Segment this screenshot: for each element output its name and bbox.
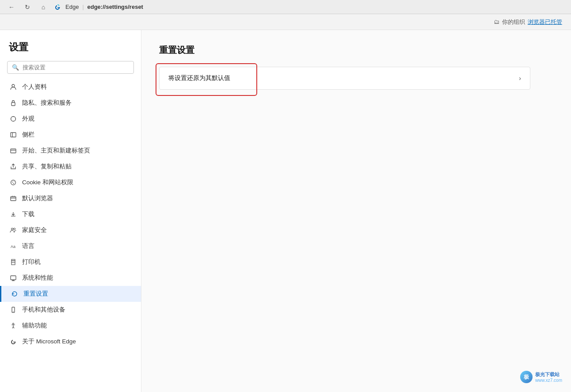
address-separator: | [82,4,84,10]
reset-card-inner: 将设置还原为其默认值 › [160,67,530,89]
address-bold: settings [106,4,128,10]
sidebar-item-accessibility[interactable]: 辅助功能 [0,318,141,334]
sidebar-item-about[interactable]: 关于 Microsoft Edge [0,334,141,350]
chevron-right-icon: › [519,75,521,82]
svg-rect-3 [11,133,16,137]
notif-folder-icon: 🗂 [494,19,499,25]
sidebar-item-newtab[interactable]: 开始、主页和新建标签页 [0,143,141,159]
sidebar-item-language[interactable]: Aa 语言 [0,238,141,254]
sidebar-item-privacy[interactable]: 隐私、搜索和服务 [0,95,141,111]
sidebar-item-label: 个人资料 [22,83,47,91]
default-browser-icon [9,194,18,203]
about-icon [9,337,18,346]
sidebar-item-printer[interactable]: 打印机 [0,254,141,270]
svg-point-11 [11,228,13,230]
reload-button[interactable]: ↻ [21,1,34,13]
newtab-icon [9,146,18,155]
sidebar-item-mobile[interactable]: 手机和其他设备 [0,302,141,318]
reset-icon [10,289,19,298]
svg-rect-17 [12,307,15,312]
reset-to-defaults-card[interactable]: 将设置还原为其默认值 › [159,67,530,90]
sidebar-item-label: Cookie 和网站权限 [22,179,73,186]
sidebar-item-profile[interactable]: 个人资料 [0,79,141,95]
address-rest: /reset [128,4,143,10]
edge-favicon [53,3,62,11]
home-button[interactable]: ⌂ [37,1,49,13]
notification-bar: 🗂 你的组织 浏览器已托管 [0,14,571,30]
sidebar-item-label: 辅助功能 [22,322,47,330]
family-icon [9,226,18,235]
notif-link[interactable]: 浏览器已托管 [528,18,562,26]
sidebar-item-label: 开始、主页和新建标签页 [22,147,90,155]
svg-rect-5 [11,149,16,153]
sidebar-item-label: 重置设置 [23,290,48,298]
svg-point-18 [13,311,13,312]
svg-point-6 [11,180,16,185]
svg-point-7 [12,182,13,183]
watermark-site-name: 极光下载站 [535,371,562,378]
svg-point-12 [14,228,15,230]
sidebar-item-downloads[interactable]: 下载 [0,206,141,222]
watermark-site-url: www.xz7.com [535,378,562,383]
sidebar-icon [9,130,18,139]
sidebar-item-label: 共享、复制和粘贴 [22,163,72,171]
sidebar-item-label: 打印机 [22,258,41,266]
printer-icon [9,258,18,266]
sidebar-item-label: 隐私、搜索和服务 [22,99,72,107]
sidebar-item-sidebar[interactable]: 侧栏 [0,127,141,143]
sidebar-item-system[interactable]: 系统和性能 [0,270,141,286]
sidebar-item-reset[interactable]: 重置设置 [0,286,141,302]
svg-point-8 [13,183,14,184]
sidebar-item-default-browser[interactable]: 默认浏览器 [0,190,141,206]
sidebar-item-family[interactable]: 家庭安全 [0,222,141,238]
page-title: 重置设置 [159,44,553,56]
svg-text:Aa: Aa [11,244,15,249]
main-layout: 设置 🔍 个人资料 隐私、搜索和服务 外观 [0,30,571,392]
system-icon [9,274,18,282]
share-icon [9,162,18,171]
address-text: edge://settings/reset [88,4,143,10]
search-input[interactable] [23,64,129,71]
browser-topbar: ← ↻ ⌂ Edge | edge://settings/reset [0,0,571,14]
sidebar-item-label: 语言 [22,242,34,250]
svg-rect-14 [11,263,15,265]
sidebar-item-label: 侧栏 [22,131,34,139]
sidebar-item-label: 家庭安全 [22,226,47,234]
sidebar-item-label: 默认浏览器 [22,194,53,202]
downloads-icon [9,210,18,219]
svg-point-2 [11,117,16,122]
mobile-icon [9,305,18,314]
watermark: 极 极光下载站 www.xz7.com [520,371,562,383]
accessibility-icon [9,321,18,330]
sidebar-item-label: 外观 [22,115,34,123]
privacy-icon [9,99,18,107]
svg-rect-1 [11,103,15,106]
watermark-logo: 极 [520,371,533,383]
watermark-text: 极光下载站 www.xz7.com [535,371,562,383]
appearance-icon [9,114,18,123]
svg-point-0 [12,84,15,87]
content-area: 重置设置 将设置还原为其默认值 › [141,30,571,392]
reset-card-highlight: 将设置还原为其默认值 › [159,67,530,90]
sidebar-item-cookies[interactable]: Cookie 和网站权限 [0,175,141,190]
reset-card-label: 将设置还原为其默认值 [168,74,230,82]
svg-point-19 [13,323,14,324]
browser-name: Edge [65,4,79,10]
address-prefix: edge:// [88,4,106,10]
back-button[interactable]: ← [5,1,18,13]
sidebar-item-share[interactable]: 共享、复制和粘贴 [0,159,141,175]
sidebar: 设置 🔍 个人资料 隐私、搜索和服务 外观 [0,30,141,392]
svg-rect-15 [11,259,15,261]
search-box[interactable]: 🔍 [7,61,134,74]
sidebar-title: 设置 [0,41,141,61]
sidebar-item-label: 关于 Microsoft Edge [22,338,76,346]
sidebar-item-label: 下载 [22,210,34,218]
address-bar-area: Edge | edge://settings/reset [53,3,566,11]
sidebar-item-label: 系统和性能 [22,274,53,282]
language-icon: Aa [9,242,18,251]
sidebar-item-label: 手机和其他设备 [22,306,65,314]
search-icon: 🔍 [12,64,19,71]
svg-rect-10 [11,197,16,201]
sidebar-item-appearance[interactable]: 外观 [0,111,141,127]
cookies-icon [9,178,18,187]
